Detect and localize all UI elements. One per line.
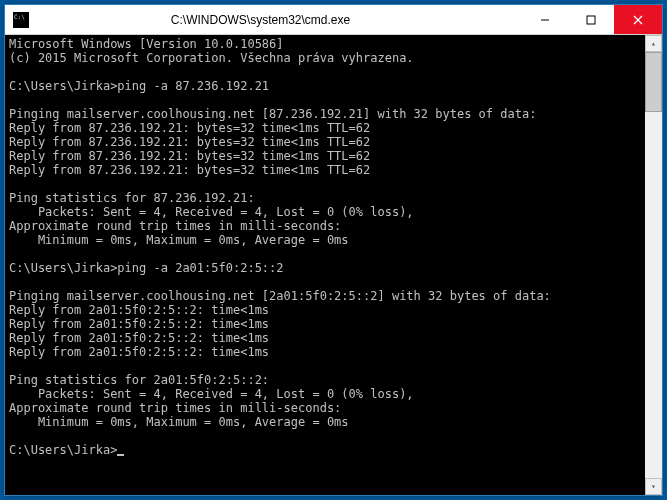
close-button[interactable] xyxy=(614,5,662,34)
window-controls xyxy=(522,5,662,34)
maximize-button[interactable] xyxy=(568,5,614,34)
scrollbar[interactable]: ▴ ▾ xyxy=(645,35,662,495)
terminal-line: Ping statistics for 2a01:5f0:2:5::2: xyxy=(9,373,641,387)
scroll-down-button[interactable]: ▾ xyxy=(645,478,662,495)
terminal-line: Reply from 2a01:5f0:2:5::2: time<1ms xyxy=(9,345,641,359)
terminal-line: Packets: Sent = 4, Received = 4, Lost = … xyxy=(9,387,641,401)
svg-line-3 xyxy=(634,16,642,24)
cursor xyxy=(117,454,124,456)
terminal-line xyxy=(9,93,641,107)
terminal-line: Pinging mailserver.coolhousing.net [2a01… xyxy=(9,289,641,303)
terminal-line: (c) 2015 Microsoft Corporation. Všechna … xyxy=(9,51,641,65)
minimize-button[interactable] xyxy=(522,5,568,34)
terminal-area[interactable]: Microsoft Windows [Version 10.0.10586](c… xyxy=(5,35,662,495)
scroll-thumb[interactable] xyxy=(645,52,662,112)
terminal-line: Minimum = 0ms, Maximum = 0ms, Average = … xyxy=(9,233,641,247)
scroll-track[interactable] xyxy=(645,52,662,478)
window-title: C:\WINDOWS\system32\cmd.exe xyxy=(29,13,522,27)
terminal-line: Reply from 2a01:5f0:2:5::2: time<1ms xyxy=(9,331,641,345)
svg-rect-1 xyxy=(587,16,595,24)
cmd-icon xyxy=(13,12,29,28)
terminal-line: C:\Users\Jirka>ping -a 87.236.192.21 xyxy=(9,79,641,93)
cmd-window: C:\WINDOWS\system32\cmd.exe Microsoft Wi… xyxy=(4,4,663,496)
terminal-content[interactable]: Microsoft Windows [Version 10.0.10586](c… xyxy=(5,35,645,495)
terminal-line: Reply from 87.236.192.21: bytes=32 time<… xyxy=(9,135,641,149)
terminal-line xyxy=(9,359,641,373)
terminal-line xyxy=(9,275,641,289)
terminal-line: Approximate round trip times in milli-se… xyxy=(9,219,641,233)
titlebar[interactable]: C:\WINDOWS\system32\cmd.exe xyxy=(5,5,662,35)
terminal-line: Reply from 87.236.192.21: bytes=32 time<… xyxy=(9,121,641,135)
terminal-line: Reply from 2a01:5f0:2:5::2: time<1ms xyxy=(9,317,641,331)
terminal-line: Approximate round trip times in milli-se… xyxy=(9,401,641,415)
terminal-line xyxy=(9,177,641,191)
terminal-line: Reply from 87.236.192.21: bytes=32 time<… xyxy=(9,163,641,177)
svg-line-2 xyxy=(634,16,642,24)
terminal-line: Microsoft Windows [Version 10.0.10586] xyxy=(9,37,641,51)
terminal-line: C:\Users\Jirka>ping -a 2a01:5f0:2:5::2 xyxy=(9,261,641,275)
terminal-line: Packets: Sent = 4, Received = 4, Lost = … xyxy=(9,205,641,219)
terminal-line: Minimum = 0ms, Maximum = 0ms, Average = … xyxy=(9,415,641,429)
scroll-up-button[interactable]: ▴ xyxy=(645,35,662,52)
terminal-line: Ping statistics for 87.236.192.21: xyxy=(9,191,641,205)
terminal-line: Reply from 87.236.192.21: bytes=32 time<… xyxy=(9,149,641,163)
terminal-line xyxy=(9,247,641,261)
terminal-line: C:\Users\Jirka> xyxy=(9,443,641,457)
terminal-line xyxy=(9,65,641,79)
terminal-line: Pinging mailserver.coolhousing.net [87.2… xyxy=(9,107,641,121)
terminal-line: Reply from 2a01:5f0:2:5::2: time<1ms xyxy=(9,303,641,317)
terminal-line xyxy=(9,429,641,443)
